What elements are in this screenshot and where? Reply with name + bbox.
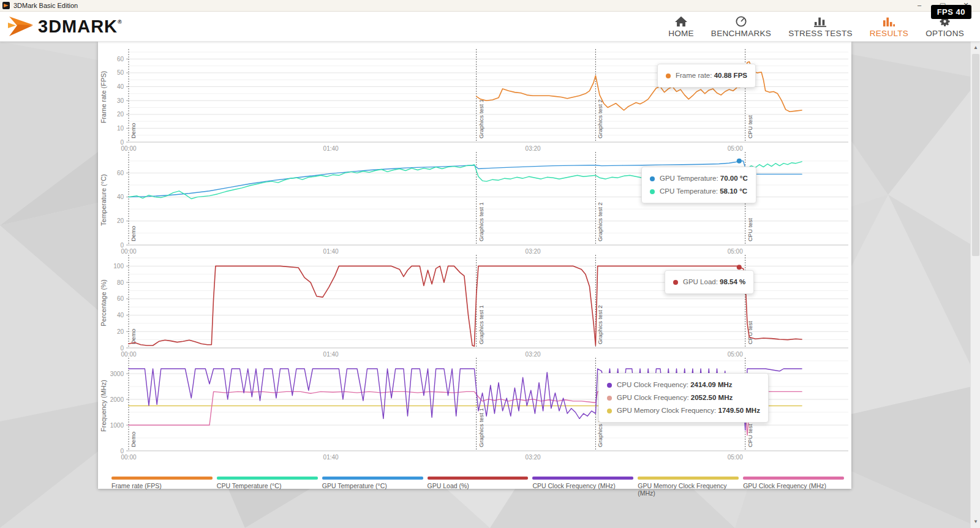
- legend-item-frame-rate[interactable]: Frame rate (FPS): [111, 477, 213, 497]
- svg-text:Demo: Demo: [130, 432, 137, 447]
- nav-item-label: OPTIONS: [925, 29, 964, 38]
- window-title: 3DMark Basic Edition: [13, 2, 78, 9]
- registered-mark: ®: [118, 19, 123, 25]
- svg-text:Graphics test 1: Graphics test 1: [478, 99, 484, 138]
- bar-chart-icon: [813, 15, 827, 28]
- nav-item-label: STRESS TESTS: [788, 29, 853, 38]
- series-dot-icon: [607, 383, 612, 388]
- svg-text:20: 20: [117, 111, 124, 118]
- legend-item-cpu-clock[interactable]: CPU Clock Frequency (MHz): [532, 477, 633, 497]
- tooltip-row: CPU Temperature: 58.10 °C: [650, 185, 748, 198]
- svg-text:0: 0: [120, 139, 124, 146]
- scroll-up-arrow-icon[interactable]: ▲: [971, 43, 980, 53]
- title-bar: 3DMark Basic Edition – ▢ ✕: [0, 0, 980, 12]
- chart-tooltip: Frame rate: 40.88 FPS: [657, 64, 756, 88]
- chart-tooltip: GPU Load: 98.54 %: [665, 270, 754, 294]
- svg-text:50: 50: [117, 69, 124, 76]
- nav-item-home[interactable]: HOME: [668, 15, 694, 38]
- nav-bar: 3DMARK® HOME BENCHMARKS STRESS TESTS RES…: [0, 12, 980, 42]
- temperature-chart[interactable]: 020406000:0001:4003:2005:00DemoGraphics …: [98, 149, 851, 259]
- vertical-scrollbar[interactable]: ▲ ▼: [970, 42, 980, 528]
- tooltip-row: Frame rate: 40.88 FPS: [666, 69, 747, 82]
- series-dot-icon: [650, 176, 655, 181]
- svg-text:2000: 2000: [110, 396, 124, 403]
- tooltip-row: GPU Memory Clock Frequency: 1749.50 MHz: [607, 404, 760, 417]
- svg-text:Graphics test 2: Graphics test 2: [597, 202, 603, 241]
- svg-text:10: 10: [117, 125, 124, 132]
- svg-text:00:00: 00:00: [121, 454, 136, 461]
- svg-text:40: 40: [117, 312, 124, 319]
- tooltip-row: CPU Clock Frequency: 2414.09 MHz: [607, 379, 760, 391]
- series-dot-icon: [607, 409, 612, 413]
- fps-counter-badge: FPS 40: [931, 5, 971, 19]
- legend-item-gpu-memory-clock[interactable]: GPU Memory Clock Frequency (MHz): [638, 477, 739, 497]
- legend-label: GPU Clock Frequency (MHz): [743, 482, 844, 489]
- logo-swoosh-icon: [7, 15, 36, 38]
- minimize-button[interactable]: –: [910, 0, 929, 11]
- svg-text:40: 40: [117, 83, 124, 90]
- gpu-load-chart[interactable]: 02040608010000:0001:4003:2005:00DemoGrap…: [98, 252, 851, 362]
- svg-text:0: 0: [120, 448, 124, 454]
- series-dot-icon: [650, 189, 655, 194]
- svg-text:20: 20: [117, 328, 124, 335]
- svg-text:60: 60: [117, 170, 124, 176]
- nav-item-results[interactable]: RESULTS: [870, 15, 908, 38]
- svg-text:20: 20: [117, 217, 124, 224]
- svg-text:Demo: Demo: [130, 329, 137, 344]
- legend-label: Frame rate (FPS): [111, 482, 213, 489]
- legend-item-gpu-temperature[interactable]: GPU Temperature (°C): [322, 477, 423, 497]
- svg-text:0: 0: [120, 242, 124, 249]
- gauge-icon: [734, 15, 748, 28]
- svg-text:05:00: 05:00: [728, 454, 743, 461]
- nav-item-benchmarks[interactable]: BENCHMARKS: [711, 15, 771, 38]
- svg-text:60: 60: [117, 295, 124, 302]
- tooltip-row: GPU Temperature: 70.00 °C: [650, 172, 748, 185]
- series-dot-icon: [607, 396, 612, 401]
- nav-item-label: RESULTS: [870, 29, 908, 38]
- results-chart-icon: [882, 15, 895, 28]
- scroll-down-arrow-icon[interactable]: ▼: [971, 517, 980, 527]
- svg-text:01:40: 01:40: [323, 454, 339, 461]
- chart-tooltip: GPU Temperature: 70.00 °CCPU Temperature…: [641, 167, 756, 203]
- legend-color-bar: [532, 477, 633, 480]
- svg-text:CPU test: CPU test: [747, 218, 753, 241]
- svg-text:100: 100: [113, 263, 124, 270]
- scrollbar-thumb[interactable]: [972, 54, 979, 256]
- legend-label: GPU Memory Clock Frequency (MHz): [638, 482, 739, 497]
- chart-tooltip: CPU Clock Frequency: 2414.09 MHzGPU Cloc…: [598, 373, 769, 423]
- main-content: 010203040506000:0001:4003:2005:00DemoGra…: [0, 42, 980, 528]
- svg-text:30: 30: [117, 97, 124, 104]
- svg-text:60: 60: [117, 56, 124, 62]
- 3dmark-logo: 3DMARK®: [7, 15, 123, 38]
- svg-text:03:20: 03:20: [526, 454, 541, 461]
- legend-item-gpu-load[interactable]: GPU Load (%): [428, 477, 529, 497]
- series-dot-icon: [666, 74, 671, 78]
- legend-label: CPU Clock Frequency (MHz): [532, 482, 633, 489]
- svg-text:Graphics test 2: Graphics test 2: [597, 305, 603, 344]
- legend-color-bar: [322, 477, 423, 480]
- logo-text: 3DMARK®: [38, 17, 123, 37]
- svg-text:Demo: Demo: [130, 123, 137, 138]
- legend-item-gpu-clock[interactable]: GPU Clock Frequency (MHz): [743, 477, 844, 497]
- legend-color-bar: [428, 477, 529, 480]
- legend-color-bar: [111, 477, 213, 480]
- svg-text:Percentage (%): Percentage (%): [100, 279, 107, 326]
- nav-items: HOME BENCHMARKS STRESS TESTS RESULTS OPT…: [668, 12, 964, 42]
- tooltip-row: GPU Load: 98.54 %: [673, 276, 745, 289]
- svg-text:3000: 3000: [110, 371, 124, 377]
- svg-text:Graphics test 1: Graphics test 1: [478, 202, 484, 241]
- tooltip-row: GPU Clock Frequency: 2052.50 MHz: [607, 391, 760, 404]
- nav-item-label: HOME: [668, 29, 694, 38]
- chart-legend: Frame rate (FPS) CPU Temperature (°C) GP…: [111, 477, 844, 497]
- frame-rate-chart[interactable]: 010203040506000:0001:4003:2005:00DemoGra…: [98, 46, 851, 156]
- monitoring-chart-panel: 010203040506000:0001:4003:2005:00DemoGra…: [98, 42, 851, 489]
- legend-item-cpu-temperature[interactable]: CPU Temperature (°C): [217, 477, 318, 497]
- svg-text:CPU test: CPU test: [747, 115, 753, 138]
- nav-item-stress-tests[interactable]: STRESS TESTS: [788, 15, 853, 38]
- svg-text:Frame rate (FPS): Frame rate (FPS): [100, 71, 107, 124]
- svg-text:40: 40: [117, 194, 124, 200]
- home-icon: [674, 15, 688, 28]
- legend-label: GPU Temperature (°C): [322, 482, 423, 489]
- series-dot-icon: [673, 280, 678, 285]
- svg-text:Temperature (°C): Temperature (°C): [100, 174, 107, 225]
